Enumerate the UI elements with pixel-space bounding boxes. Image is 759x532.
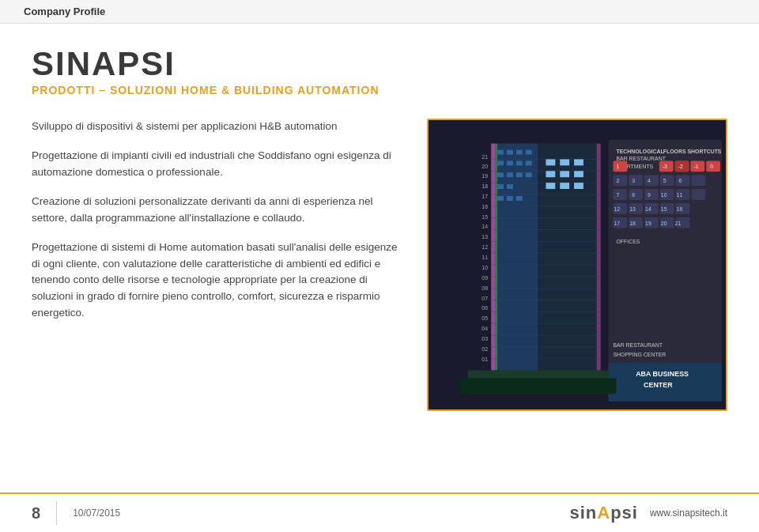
footer-logo-area: sinApsi www.sinapsitech.it	[569, 503, 727, 523]
svg-rect-89	[629, 175, 643, 186]
left-column: Sviluppo di dispositivi & sistemi per ap…	[32, 119, 403, 477]
svg-text:-2: -2	[678, 164, 683, 169]
svg-text:BAR RESTAURANT: BAR RESTAURANT	[614, 342, 663, 348]
svg-text:17: 17	[614, 221, 620, 226]
svg-rect-30	[507, 160, 513, 165]
svg-rect-48	[546, 183, 555, 189]
svg-text:1: 1	[616, 164, 619, 169]
top-bar: Company Profile	[0, 0, 759, 24]
svg-rect-93	[691, 175, 705, 186]
svg-text:3: 3	[632, 178, 635, 183]
footer-page-number: 8	[32, 504, 40, 523]
svg-text:13: 13	[629, 206, 636, 212]
svg-rect-104	[691, 189, 705, 200]
svg-rect-26	[507, 150, 513, 155]
svg-text:16: 16	[481, 204, 488, 209]
svg-rect-36	[526, 172, 532, 177]
svg-text:7: 7	[616, 192, 619, 198]
svg-text:21: 21	[481, 154, 488, 160]
svg-rect-92	[676, 175, 690, 186]
svg-text:01: 01	[481, 357, 488, 362]
company-tagline: PRODOTTI – SOLUZIONI HOME & BUILDING AUT…	[32, 84, 727, 96]
svg-text:02: 02	[481, 346, 488, 352]
svg-rect-33	[497, 172, 504, 177]
svg-text:ABA BUSINESS: ABA BUSINESS	[636, 370, 689, 378]
svg-rect-34	[507, 172, 513, 177]
svg-rect-31	[516, 160, 523, 165]
paragraph-3: Creazione di soluzioni personalizzate de…	[32, 194, 403, 227]
svg-text:17: 17	[481, 194, 488, 199]
footer-date: 10/07/2015	[73, 507, 569, 519]
svg-text:19: 19	[645, 221, 651, 226]
svg-text:FLOORS SHORTCUTS: FLOORS SHORTCUTS	[663, 149, 722, 154]
building-image: 21 20 19 18 17 16 15 14 13 12 11 10	[427, 119, 727, 411]
svg-text:SHOPPING CENTER: SHOPPING CENTER	[614, 352, 666, 357]
svg-text:10: 10	[481, 265, 488, 270]
svg-text:10: 10	[661, 192, 667, 198]
svg-text:5: 5	[663, 178, 666, 183]
svg-text:OFFICES: OFFICES	[616, 239, 640, 244]
svg-rect-47	[574, 171, 583, 177]
footer: 8 10/07/2015 sinApsi www.sinapsitech.it	[0, 492, 759, 532]
svg-text:CENTER: CENTER	[644, 381, 673, 389]
svg-rect-86	[614, 160, 628, 172]
svg-text:20: 20	[661, 221, 667, 226]
svg-text:2: 2	[616, 178, 619, 183]
svg-text:03: 03	[481, 336, 488, 341]
svg-rect-90	[644, 175, 659, 186]
svg-rect-29	[497, 160, 504, 165]
content-columns: Sviluppo di dispositivi & sistemi per ap…	[32, 119, 727, 477]
paragraph-4: Progettazione di sistemi di Home automat…	[32, 240, 403, 323]
text-block-2: Progettazione di impianti civili ed indu…	[32, 148, 403, 181]
svg-rect-39	[497, 196, 504, 201]
svg-rect-35	[516, 172, 523, 177]
building-svg: 21 20 19 18 17 16 15 14 13 12 11 10	[429, 120, 726, 409]
footer-website: www.sinapsitech.it	[650, 507, 727, 519]
svg-text:04: 04	[481, 326, 488, 331]
svg-rect-41	[516, 196, 523, 201]
main-content: SINAPSI PRODOTTI – SOLUZIONI HOME & BUIL…	[0, 24, 759, 477]
svg-text:8: 8	[632, 192, 635, 198]
svg-text:21: 21	[675, 221, 682, 226]
svg-text:19: 19	[481, 173, 488, 179]
svg-text:14: 14	[481, 224, 488, 229]
svg-text:15: 15	[661, 206, 667, 212]
svg-text:06: 06	[481, 305, 488, 311]
footer-divider	[56, 501, 57, 525]
svg-rect-101	[644, 189, 659, 200]
svg-rect-6	[495, 144, 497, 371]
svg-rect-49	[560, 183, 569, 189]
svg-text:-1: -1	[693, 164, 698, 169]
svg-rect-2	[491, 144, 538, 371]
svg-text:20: 20	[481, 164, 488, 169]
svg-text:12: 12	[481, 244, 488, 250]
svg-rect-45	[546, 171, 555, 177]
svg-text:18: 18	[629, 221, 636, 226]
svg-rect-43	[560, 159, 569, 165]
company-name: SINAPSI	[32, 47, 727, 81]
svg-rect-37	[497, 184, 504, 189]
svg-rect-28	[526, 150, 532, 155]
svg-rect-91	[660, 175, 674, 186]
paragraph-2: Progettazione di impianti civili ed indu…	[32, 148, 403, 181]
page-title: Company Profile	[24, 6, 105, 17]
svg-rect-5	[597, 144, 601, 371]
svg-rect-100	[629, 189, 643, 200]
svg-text:05: 05	[481, 315, 488, 321]
svg-text:09: 09	[481, 275, 488, 281]
page-container: Company Profile SINAPSI PRODOTTI – SOLUZ…	[0, 0, 759, 532]
svg-rect-88	[614, 175, 628, 186]
text-block-4: Progettazione di sistemi di Home automat…	[32, 240, 403, 323]
svg-rect-40	[507, 196, 513, 201]
svg-text:BAR RESTAURANT: BAR RESTAURANT	[616, 156, 666, 161]
svg-rect-99	[614, 189, 628, 200]
svg-rect-46	[560, 171, 569, 177]
svg-rect-4	[491, 144, 495, 371]
svg-rect-38	[507, 184, 513, 189]
svg-text:6: 6	[679, 178, 682, 183]
svg-rect-3	[538, 144, 601, 371]
text-block-3: Creazione di soluzioni personalizzate de…	[32, 194, 403, 227]
svg-text:-3: -3	[663, 164, 667, 169]
svg-text:9: 9	[648, 192, 651, 198]
right-column: 21 20 19 18 17 16 15 14 13 12 11 10	[427, 119, 727, 477]
